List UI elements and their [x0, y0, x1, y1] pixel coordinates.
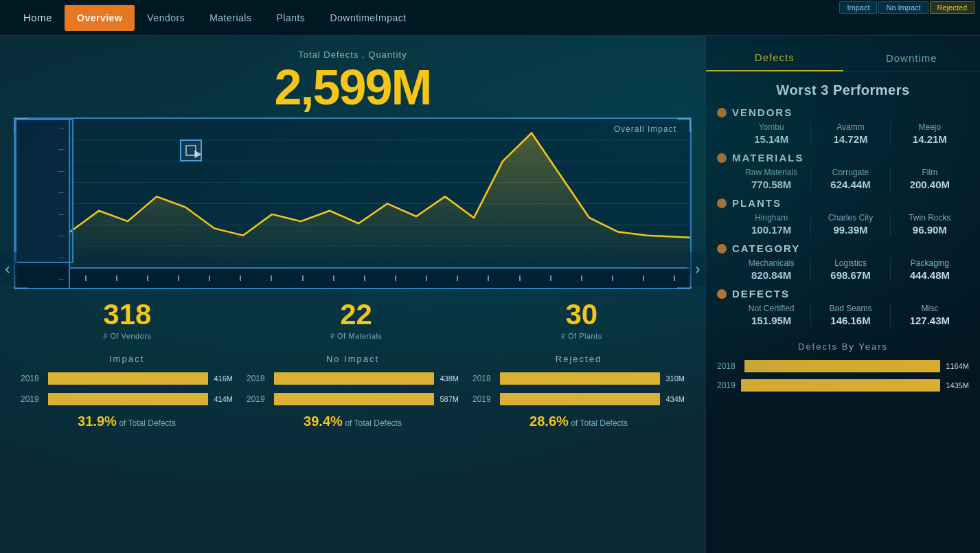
- defects-by-years: Defects By Years 2018 1164M 2019 1435M: [706, 333, 980, 392]
- bottom-bars: Impact 2018 416M 2019 414M 31.9% of Tota…: [14, 354, 692, 429]
- impact-pct: 31.9%: [78, 414, 117, 429]
- impact-bar-2018: 2018 416M: [21, 372, 233, 385]
- item-name-3-2: Packaging: [896, 258, 964, 268]
- item-name-1-0: Raw Materials: [738, 168, 805, 177]
- item-value-3-1: 698.67M: [817, 269, 884, 281]
- category-dot-3: [717, 244, 727, 253]
- chip-impact[interactable]: Impact: [839, 1, 877, 14]
- selection-box[interactable]: [15, 119, 73, 263]
- category-vendors: VendorsYombu15.14MAvamm14.72MMeejo14.21M: [706, 106, 980, 145]
- item-value-3-2: 444.48M: [896, 269, 964, 281]
- dby-row-2019: 2019 1435M: [717, 379, 969, 392]
- category-item-1-1[interactable]: Corrugate624.44M: [810, 168, 889, 190]
- no-impact-year-2019: 2019: [247, 394, 269, 404]
- item-value-4-2: 127.43M: [896, 315, 964, 326]
- filter-chips: Impact No Impact Rejected: [839, 0, 980, 14]
- category-item-0-0[interactable]: Yombu15.14M: [732, 122, 810, 145]
- item-name-0-0: Yombu: [738, 122, 805, 132]
- categories-container: VendorsYombu15.14MAvamm14.72MMeejo14.21M…: [706, 106, 980, 326]
- chart-container[interactable]: — — — — — — — —: [14, 117, 692, 289]
- nav-overview[interactable]: Overview: [65, 5, 135, 31]
- no-impact-val-2019: 587M: [440, 395, 459, 403]
- category-materials: MaterialsRaw Materials770.58MCorrugate62…: [706, 152, 980, 190]
- no-impact-footer-text: of Total Defects: [345, 418, 402, 428]
- item-name-4-1: Bad Seams: [817, 304, 884, 313]
- item-value-1-0: 770.58M: [738, 179, 805, 190]
- category-name-2: Plants: [732, 197, 782, 209]
- category-item-2-2[interactable]: Twin Rocks96.90M: [890, 213, 969, 236]
- rejected-bar-track-2018: [500, 372, 660, 385]
- impact-footer-text: of Total Defects: [119, 418, 176, 428]
- dby-bar-2018: [744, 360, 940, 372]
- no-impact-footer: 39.4% of Total Defects: [247, 414, 459, 429]
- left-panel: ‹ › Total Defects , Quantity 2,599M — — …: [0, 36, 705, 553]
- category-item-0-2[interactable]: Meejo14.21M: [890, 122, 969, 145]
- item-name-0-1: Avamm: [817, 122, 884, 132]
- stat-plants-label: # Of Plants: [561, 332, 602, 340]
- item-value-1-1: 624.44M: [817, 179, 884, 190]
- category-item-4-0[interactable]: Not Certified151.95M: [732, 304, 810, 326]
- category-plants: PlantsHingham100.17MCharles City99.39MTw…: [706, 197, 980, 236]
- impact-year-2018: 2018: [21, 374, 43, 383]
- item-name-2-0: Hingham: [738, 213, 805, 223]
- item-name-3-1: Logistics: [817, 258, 884, 268]
- category-name-4: Defects: [732, 288, 790, 300]
- category-item-3-1[interactable]: Logistics698.67M: [810, 258, 889, 281]
- stats-row: 318 # Of Vendors 22 # Of Materials 30 # …: [14, 300, 692, 340]
- nav-prev-arrow[interactable]: ‹: [0, 252, 18, 286]
- category-item-4-2[interactable]: Misc127.43M: [890, 304, 969, 326]
- stat-materials-label: # Of Materials: [330, 332, 382, 340]
- category-defects: DefectsNot Certified151.95MBad Seams146.…: [706, 288, 980, 326]
- rejected-footer: 28.6% of Total Defects: [472, 414, 685, 429]
- nav-plants[interactable]: Plants: [264, 0, 317, 36]
- stat-vendors: 318 # Of Vendors: [103, 300, 151, 340]
- category-dot-0: [717, 108, 727, 117]
- impact-val-2018: 416M: [214, 374, 233, 383]
- svg-marker-6: [70, 133, 690, 267]
- category-item-4-1[interactable]: Bad Seams146.16M: [810, 304, 889, 326]
- item-name-1-2: Film: [896, 168, 964, 177]
- chip-rejected[interactable]: Rejected: [930, 1, 975, 14]
- item-value-2-0: 100.17M: [738, 224, 805, 236]
- category-item-2-0[interactable]: Hingham100.17M: [732, 213, 810, 236]
- no-impact-bar-track-2019: [274, 393, 434, 405]
- dby-year-2018: 2018: [717, 361, 739, 371]
- item-value-0-0: 15.14M: [738, 133, 805, 145]
- nav-materials[interactable]: Materials: [197, 0, 264, 36]
- impact-val-2019: 414M: [214, 395, 233, 403]
- stat-materials-number: 22: [330, 300, 382, 329]
- bar-section-impact: Impact 2018 416M 2019 414M 31.9% of Tota…: [14, 354, 240, 429]
- category-item-3-2[interactable]: Packaging444.48M: [890, 258, 969, 281]
- item-name-4-0: Not Certified: [738, 304, 805, 313]
- line-chart: [70, 119, 690, 267]
- dby-row-2018: 2018 1164M: [717, 360, 969, 372]
- item-name-1-1: Corrugate: [817, 168, 884, 177]
- rejected-bar-2018: 2018 310M: [472, 372, 685, 385]
- category-item-2-1[interactable]: Charles City99.39M: [810, 213, 889, 236]
- nav-downtime-impact[interactable]: DowntimeImpact: [317, 0, 418, 36]
- bar-section-rejected: Rejected 2018 310M 2019 434M 28.6% of To…: [466, 354, 692, 429]
- nav-vendors[interactable]: Vendors: [135, 0, 197, 36]
- nav-next-arrow[interactable]: ›: [687, 252, 705, 286]
- category-item-3-0[interactable]: Mechanicals820.84M: [732, 258, 810, 281]
- big-number: 2,599M: [14, 63, 692, 112]
- stat-vendors-number: 318: [103, 300, 151, 329]
- bar-section-no-impact: No Impact 2018 438M 2019 587M 39.4% of T…: [240, 354, 466, 429]
- category-item-0-1[interactable]: Avamm14.72M: [810, 122, 889, 145]
- category-name-3: Category: [732, 242, 800, 254]
- category-category: CategoryMechanicals820.84MLogistics698.6…: [706, 242, 980, 281]
- tab-defects[interactable]: Defects: [706, 52, 843, 71]
- category-item-1-0[interactable]: Raw Materials770.58M: [732, 168, 810, 190]
- category-item-1-2[interactable]: Film200.40M: [890, 168, 969, 190]
- item-value-4-1: 146.16M: [817, 315, 884, 326]
- no-impact-bar-2019: 2019 587M: [247, 393, 459, 405]
- dby-year-2019: 2019: [717, 381, 736, 390]
- no-impact-bar-2018: 2018 438M: [247, 372, 459, 385]
- nav-home[interactable]: Home: [11, 12, 65, 23]
- no-impact-bar-track-2018: [274, 372, 434, 385]
- right-panel: Defects Downtime Worst 3 Performers Vend…: [705, 36, 980, 553]
- tab-downtime[interactable]: Downtime: [843, 52, 981, 71]
- chip-no-impact[interactable]: No Impact: [878, 1, 928, 14]
- stat-vendors-label: # Of Vendors: [103, 332, 151, 340]
- chart-label: Total Defects , Quantity: [14, 49, 692, 60]
